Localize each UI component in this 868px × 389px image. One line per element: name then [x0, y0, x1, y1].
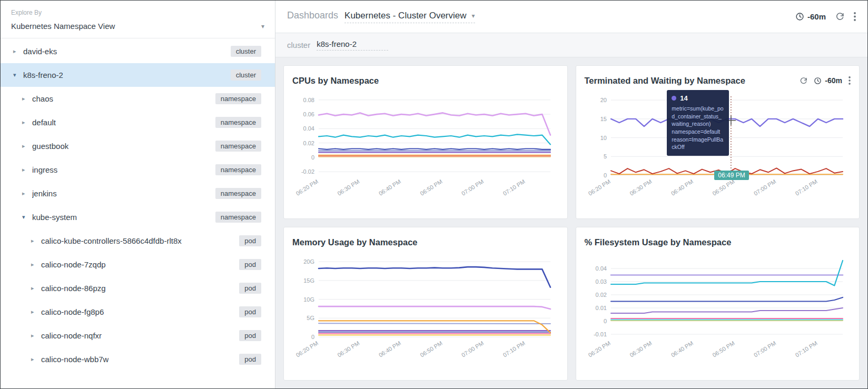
- tooltip-line: reason=ImagePullBackOff: [672, 136, 724, 151]
- svg-text:07:10 PM: 07:10 PM: [502, 178, 526, 197]
- caret-collapsed-icon[interactable]: ▸: [31, 237, 41, 244]
- tree-item-calico-node-fg8p6[interactable]: ▸calico-node-fg8p6pod: [1, 300, 275, 324]
- caret-collapsed-icon[interactable]: ▸: [22, 143, 32, 149]
- caret-collapsed-icon[interactable]: ▸: [13, 48, 23, 55]
- entity-type-badge: namespace: [215, 188, 261, 199]
- tree-item-ingress[interactable]: ▸ingressnamespace: [1, 158, 275, 182]
- entity-type-badge: namespace: [215, 164, 261, 175]
- chart-title: CPUs by Namespace: [292, 76, 379, 86]
- tree-item-calico-node-wbb7w[interactable]: ▸calico-node-wbb7wpod: [1, 347, 275, 371]
- scope-label: cluster: [287, 41, 310, 49]
- tree-item-chaos[interactable]: ▸chaosnamespace: [1, 87, 275, 111]
- clock-icon: [795, 12, 804, 21]
- svg-text:5G: 5G: [307, 315, 314, 321]
- tree-item-guestbook[interactable]: ▸guestbooknamespace: [1, 134, 275, 158]
- caret-collapsed-icon[interactable]: ▸: [31, 332, 41, 339]
- chevron-down-icon: ▾: [261, 23, 264, 29]
- dashboard-selector[interactable]: Kubernetes - Cluster Overview ▾: [344, 11, 475, 23]
- tree-item-calico-node-nqfxr[interactable]: ▸calico-node-nqfxrpod: [1, 324, 275, 347]
- caret-collapsed-icon[interactable]: ▸: [22, 119, 32, 126]
- tree-item-label: calico-node-7zqdp: [41, 260, 106, 269]
- svg-text:0.08: 0.08: [303, 97, 314, 103]
- svg-text:06:30 PM: 06:30 PM: [336, 178, 360, 197]
- svg-text:15: 15: [600, 116, 606, 122]
- caret-collapsed-icon[interactable]: ▸: [31, 285, 41, 292]
- tree-item-calico-node-86pzg[interactable]: ▸calico-node-86pzgpod: [1, 276, 275, 300]
- refresh-button[interactable]: [835, 12, 844, 21]
- entity-type-badge: namespace: [215, 117, 261, 128]
- refresh-icon: [800, 77, 807, 85]
- chart-canvas[interactable]: 0.040.030.020.010-0.0106:20 PM06:30 PM06…: [585, 250, 852, 364]
- tree-item-label: k8s-freno-2: [23, 71, 63, 79]
- tree-item-k8s-freno-2[interactable]: ▾k8s-freno-2cluster: [1, 63, 275, 87]
- tree-item-default[interactable]: ▸defaultnamespace: [1, 111, 275, 134]
- tree-item-david-eks[interactable]: ▸david-ekscluster: [1, 39, 275, 63]
- chart-tooltip: 14metric=sum(kube_pod_container_status_w…: [667, 90, 729, 156]
- svg-text:06:40 PM: 06:40 PM: [378, 340, 402, 358]
- svg-text:-0.01: -0.01: [593, 331, 606, 337]
- svg-text:06:40 PM: 06:40 PM: [669, 340, 694, 358]
- tree-item-kube-system[interactable]: ▾kube-systemnamespace: [1, 205, 275, 229]
- svg-text:06:20 PM: 06:20 PM: [295, 178, 319, 197]
- svg-text:0.02: 0.02: [303, 140, 314, 146]
- caret-collapsed-icon[interactable]: ▸: [31, 261, 41, 268]
- chart-refresh-button[interactable]: [800, 77, 807, 85]
- scope-value[interactable]: k8s-freno-2: [317, 39, 388, 51]
- tree-item-jenkins[interactable]: ▸jenkinsnamespace: [1, 182, 275, 205]
- svg-text:0: 0: [311, 154, 314, 161]
- chart-card-4: % Filesystem Usage by Namespace0.040.030…: [576, 227, 860, 381]
- svg-text:0.01: 0.01: [595, 305, 606, 311]
- entity-type-badge: cluster: [231, 69, 261, 81]
- tree-item-label: kube-system: [32, 213, 77, 222]
- caret-collapsed-icon[interactable]: ▸: [22, 95, 32, 102]
- svg-text:10G: 10G: [303, 296, 314, 303]
- svg-text:07:00 PM: 07:00 PM: [460, 178, 485, 197]
- chart-toolbar: -60m: [800, 76, 851, 85]
- chart-title: Memory Usage by Namespace: [292, 237, 418, 247]
- svg-text:0: 0: [603, 318, 606, 324]
- time-range-control[interactable]: -60m: [795, 12, 826, 21]
- clock-icon: [814, 77, 822, 85]
- view-selector[interactable]: Kubernetes Namespace View ▾: [11, 22, 264, 31]
- tree-item-label: guestbook: [32, 142, 68, 151]
- caret-collapsed-icon[interactable]: ▸: [22, 190, 32, 197]
- chart-time-range-control[interactable]: -60m: [814, 76, 842, 85]
- entity-type-badge: namespace: [215, 212, 261, 223]
- dashboard-topbar: Dashboards Kubernetes - Cluster Overview…: [275, 1, 867, 33]
- entity-type-badge: pod: [239, 354, 261, 365]
- tree-item-calico-kube-controllers-5866c4dfdb-rlt8x[interactable]: ▸calico-kube-controllers-5866c4dfdb-rlt8…: [1, 229, 275, 253]
- chart-canvas[interactable]: 20G15G10G5G006:20 PM06:30 PM06:40 PM06:5…: [292, 250, 560, 364]
- kebab-menu-button[interactable]: [854, 12, 856, 21]
- view-selector-label: Kubernetes Namespace View: [11, 22, 115, 31]
- tree-item-label: calico-node-nqfxr: [41, 331, 102, 340]
- caret-expanded-icon[interactable]: ▾: [22, 214, 32, 221]
- caret-expanded-icon[interactable]: ▾: [13, 72, 23, 78]
- svg-text:-0.02: -0.02: [301, 168, 314, 175]
- svg-text:20: 20: [600, 97, 606, 103]
- tree-item-label: calico-kube-controllers-5866c4dfdb-rlt8x: [41, 236, 182, 245]
- chart-canvas[interactable]: 0.080.060.040.020-0.0206:20 PM06:30 PM06…: [292, 88, 560, 203]
- svg-text:0.03: 0.03: [595, 278, 606, 285]
- svg-text:06:30 PM: 06:30 PM: [628, 340, 653, 358]
- entity-tree: ▸david-ekscluster▾k8s-freno-2cluster▸cha…: [1, 38, 275, 388]
- svg-text:0.02: 0.02: [595, 292, 606, 298]
- svg-text:06:20 PM: 06:20 PM: [295, 340, 319, 358]
- svg-text:07:00 PM: 07:00 PM: [753, 178, 777, 197]
- svg-text:07:00 PM: 07:00 PM: [460, 340, 485, 358]
- chart-card-1: CPUs by Namespace0.080.060.040.020-0.020…: [283, 65, 568, 219]
- svg-text:06:40 PM: 06:40 PM: [378, 178, 402, 197]
- dashboards-label: Dashboards: [287, 10, 338, 21]
- caret-collapsed-icon[interactable]: ▸: [31, 356, 41, 363]
- tree-item-calico-node-7zqdp[interactable]: ▸calico-node-7zqdppod: [1, 253, 275, 276]
- entity-type-badge: namespace: [215, 141, 261, 152]
- svg-text:0.06: 0.06: [303, 111, 314, 117]
- caret-collapsed-icon[interactable]: ▸: [22, 166, 32, 173]
- chart-kebab-button[interactable]: [849, 76, 851, 85]
- svg-text:5: 5: [603, 153, 606, 159]
- app: Explore By Kubernetes Namespace View ▾ ▸…: [1, 1, 867, 388]
- entity-type-badge: pod: [239, 306, 261, 317]
- svg-text:06:50 PM: 06:50 PM: [419, 178, 443, 197]
- caret-collapsed-icon[interactable]: ▸: [31, 308, 41, 315]
- tree-item-label: ingress: [32, 165, 57, 174]
- tree-item-label: david-eks: [23, 47, 57, 56]
